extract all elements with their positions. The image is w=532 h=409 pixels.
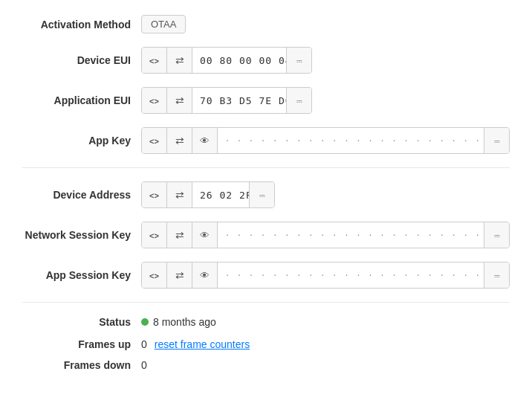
network-session-key-swap-btn[interactable] <box>167 222 192 248</box>
application-eui-copy-btn[interactable]: ⎓ <box>286 88 311 113</box>
swap-icon <box>175 54 184 66</box>
app-session-key-eye-btn[interactable]: 👁 <box>192 263 218 288</box>
app-key-value: · · · · · · · · · · · · · · · · · · · · … <box>218 132 484 149</box>
swap-icon <box>175 94 184 106</box>
swap-icon <box>175 229 184 241</box>
app-session-key-code-btn[interactable] <box>142 263 167 288</box>
network-session-key-eye-btn[interactable]: 👁 <box>192 222 218 248</box>
app-session-key-field-group: 👁 · · · · · · · · · · · · · · · · · · · … <box>141 262 510 289</box>
network-session-key-copy-btn[interactable]: ⎓ <box>484 222 509 248</box>
app-key-field-group: 👁 · · · · · · · · · · · · · · · · · · · … <box>141 127 510 154</box>
device-eui-swap-btn[interactable] <box>167 48 192 73</box>
frames-up-count: 0 <box>141 338 147 350</box>
device-address-value: 26 02 2F 42 <box>192 185 249 205</box>
code-icon <box>149 270 159 281</box>
device-eui-label: Device EUI <box>22 54 141 66</box>
application-eui-value: 70 B3 D5 7E D0 01 8D DE <box>192 91 286 111</box>
reset-frame-counters-link[interactable]: reset frame counters <box>155 338 250 350</box>
device-address-copy-btn[interactable]: ⎓ <box>249 182 274 207</box>
device-eui-copy-btn[interactable]: ⎓ <box>286 48 311 73</box>
eye-icon: 👁 <box>200 270 210 281</box>
app-key-swap-btn[interactable] <box>167 128 192 153</box>
device-eui-row: Device EUI 00 80 00 00 04 00 AC BB ⎓ <box>22 47 510 74</box>
app-session-key-swap-btn[interactable] <box>167 263 192 288</box>
network-session-key-value: · · · · · · · · · · · · · · · · · · · · … <box>218 227 484 244</box>
application-eui-swap-btn[interactable] <box>167 88 192 113</box>
status-dot <box>141 318 149 326</box>
app-session-key-row: App Session Key 👁 · · · · · · · · · · · … <box>22 262 510 289</box>
frames-down-row: Frames down 0 <box>22 359 510 371</box>
status-label: Status <box>22 316 141 328</box>
app-session-key-label: App Session Key <box>22 269 141 281</box>
status-row: Status 8 months ago <box>22 316 510 328</box>
code-icon <box>149 230 159 241</box>
app-key-row: App Key 👁 · · · · · · · · · · · · · · · … <box>22 127 510 154</box>
app-key-code-btn[interactable] <box>142 128 167 153</box>
device-address-row: Device Address 26 02 2F 42 ⎓ <box>22 181 510 208</box>
section-divider <box>22 167 510 168</box>
eye-icon: 👁 <box>200 230 210 241</box>
device-eui-field-group: 00 80 00 00 04 00 AC BB ⎓ <box>141 47 312 74</box>
activation-method-value: OTAA <box>141 15 186 33</box>
device-eui-code-btn[interactable] <box>142 48 167 73</box>
application-eui-row: Application EUI 70 B3 D5 7E D0 01 8D DE … <box>22 87 510 114</box>
code-icon <box>149 190 159 201</box>
app-session-key-copy-btn[interactable]: ⎓ <box>484 263 509 288</box>
device-eui-value: 00 80 00 00 04 00 AC BB <box>192 51 286 71</box>
copy-icon: ⎓ <box>494 230 500 241</box>
section-divider-2 <box>22 302 510 303</box>
application-eui-label: Application EUI <box>22 94 141 106</box>
app-key-label: App Key <box>22 135 141 146</box>
activation-method-row: Activation Method OTAA <box>22 15 510 33</box>
network-session-key-field-group: 👁 · · · · · · · · · · · · · · · · · · · … <box>141 222 510 248</box>
activation-method-label: Activation Method <box>22 19 141 30</box>
frames-down-label: Frames down <box>22 359 141 371</box>
code-icon <box>149 95 159 106</box>
frames-down-count: 0 <box>141 359 147 371</box>
swap-icon <box>175 189 184 201</box>
network-session-key-label: Network Session Key <box>22 229 141 241</box>
app-key-eye-btn[interactable]: 👁 <box>192 128 218 153</box>
copy-icon: ⎓ <box>259 190 265 201</box>
swap-icon <box>175 135 184 146</box>
swap-icon <box>175 269 184 281</box>
copy-icon: ⎓ <box>494 270 500 281</box>
copy-icon: ⎓ <box>494 135 500 146</box>
app-session-key-value: · · · · · · · · · · · · · · · · · · · · … <box>218 267 484 284</box>
device-address-code-btn[interactable] <box>142 182 167 207</box>
network-session-key-row: Network Session Key 👁 · · · · · · · · · … <box>22 222 510 248</box>
app-key-copy-btn[interactable]: ⎓ <box>484 128 509 153</box>
code-icon <box>149 135 159 146</box>
copy-icon: ⎓ <box>296 95 302 106</box>
code-icon <box>149 55 159 66</box>
device-address-swap-btn[interactable] <box>167 182 192 207</box>
application-eui-code-btn[interactable] <box>142 88 167 113</box>
device-address-field-group: 26 02 2F 42 ⎓ <box>141 181 275 208</box>
application-eui-field-group: 70 B3 D5 7E D0 01 8D DE ⎓ <box>141 87 312 114</box>
frames-up-label: Frames up <box>22 338 141 350</box>
device-address-label: Device Address <box>22 189 141 201</box>
eye-icon: 👁 <box>200 135 210 146</box>
status-value: 8 months ago <box>153 316 216 328</box>
copy-icon: ⎓ <box>296 55 302 66</box>
frames-up-row: Frames up 0 reset frame counters <box>22 338 510 350</box>
network-session-key-code-btn[interactable] <box>142 222 167 248</box>
